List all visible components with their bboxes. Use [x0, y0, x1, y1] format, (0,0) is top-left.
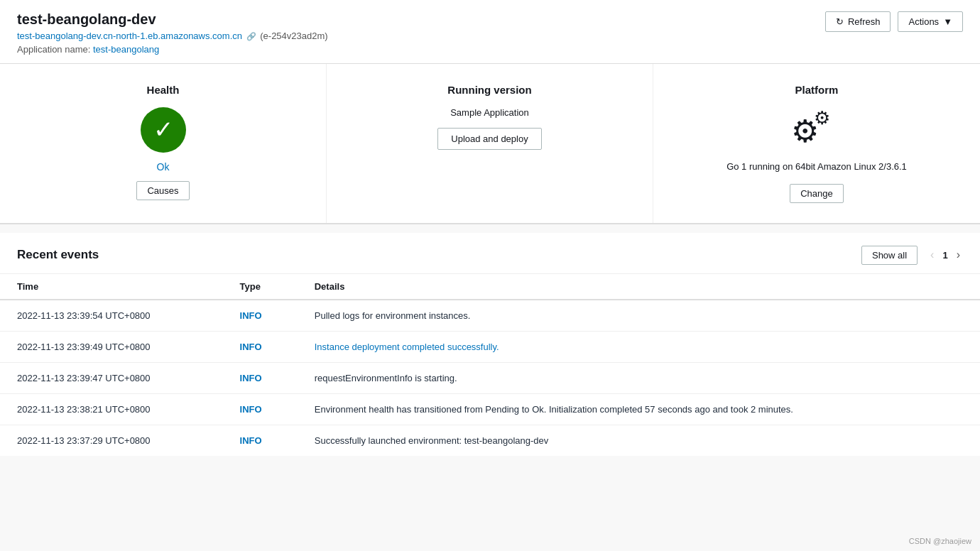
dashboard: Health ✓ Ok Causes Running version Sampl…	[0, 64, 980, 224]
recent-events-controls: Show all ‹ 1 ›	[861, 246, 963, 265]
details-link[interactable]: Instance deployment completed successful…	[315, 342, 499, 352]
platform-icon-wrap: ⚙ ⚙	[670, 107, 963, 150]
running-version-title: Running version	[344, 84, 636, 96]
type-badge: INFO	[240, 310, 262, 321]
cell-details: requestEnvironmentInfo is starting.	[298, 362, 980, 393]
version-text: Sample Application	[344, 107, 636, 118]
table-header-row: Time Type Details	[0, 274, 980, 300]
recent-events-title: Recent events	[17, 248, 99, 262]
page-title: test-beangolang-dev	[17, 11, 328, 28]
external-link-icon: 🔗	[246, 32, 256, 40]
events-table: Time Type Details 2022-11-13 23:39:54 UT…	[0, 274, 980, 456]
cell-details[interactable]: Instance deployment completed successful…	[298, 331, 980, 362]
next-page-button[interactable]: ›	[954, 249, 963, 261]
table-row: 2022-11-13 23:39:54 UTC+0800INFOPulled l…	[0, 300, 980, 332]
health-panel-title: Health	[17, 84, 309, 96]
chevron-down-icon: ▼	[943, 16, 952, 27]
type-badge: INFO	[240, 435, 262, 446]
cell-type: INFO	[223, 300, 298, 332]
show-all-button[interactable]: Show all	[861, 246, 918, 265]
running-version-panel: Running version Sample Application Uploa…	[327, 64, 653, 223]
col-time: Time	[0, 274, 223, 300]
cell-type: INFO	[223, 425, 298, 456]
type-badge: INFO	[240, 373, 262, 383]
table-row: 2022-11-13 23:39:47 UTC+0800INFOrequestE…	[0, 362, 980, 393]
checkmark-icon: ✓	[153, 117, 173, 141]
cell-time: 2022-11-13 23:38:21 UTC+0800	[0, 393, 223, 425]
page-subtitle: test-beangolang-dev.cn-north-1.eb.amazon…	[17, 31, 328, 41]
causes-button[interactable]: Causes	[136, 181, 189, 200]
cell-type: INFO	[223, 331, 298, 362]
health-panel: Health ✓ Ok Causes	[0, 64, 327, 223]
env-url-link[interactable]: test-beangolang-dev.cn-north-1.eb.amazon…	[17, 31, 242, 41]
cell-time: 2022-11-13 23:39:49 UTC+0800	[0, 331, 223, 362]
health-status: Ok	[17, 161, 309, 173]
refresh-icon: ↻	[836, 16, 844, 27]
app-name-label: Application name:	[17, 44, 90, 55]
refresh-button[interactable]: ↻ Refresh	[825, 11, 891, 32]
cell-details: Successfully launched environment: test-…	[298, 425, 980, 456]
health-icon-wrap: ✓	[17, 107, 309, 153]
prev-page-button[interactable]: ‹	[927, 249, 937, 261]
cell-type: INFO	[223, 362, 298, 393]
col-type: Type	[223, 274, 298, 300]
type-badge: INFO	[240, 342, 262, 352]
app-name-row: Application name: test-beangolang	[17, 44, 328, 55]
recent-events-section: Recent events Show all ‹ 1 › Time Type D…	[0, 233, 980, 456]
table-row: 2022-11-13 23:39:49 UTC+0800INFOInstance…	[0, 331, 980, 362]
page-header-left: test-beangolang-dev test-beangolang-dev.…	[17, 11, 328, 55]
cell-details: Environment health has transitioned from…	[298, 393, 980, 425]
health-circle: ✓	[141, 107, 186, 153]
recent-events-header: Recent events Show all ‹ 1 ›	[0, 233, 980, 274]
gears-icon: ⚙ ⚙	[791, 107, 842, 150]
cell-time: 2022-11-13 23:39:47 UTC+0800	[0, 362, 223, 393]
refresh-label: Refresh	[848, 16, 881, 27]
actions-button[interactable]: Actions ▼	[898, 11, 963, 32]
env-id: (e-254v23ad2m)	[260, 31, 327, 41]
platform-panel: Platform ⚙ ⚙ Go 1 running on 64bit Amazo…	[653, 64, 980, 223]
cell-type: INFO	[223, 393, 298, 425]
cell-time: 2022-11-13 23:39:54 UTC+0800	[0, 300, 223, 332]
platform-desc: Go 1 running on 64bit Amazon Linux 2/3.6…	[670, 160, 963, 174]
change-button[interactable]: Change	[790, 184, 844, 203]
cell-details: Pulled logs for environment instances.	[298, 300, 980, 332]
gear-small-icon: ⚙	[814, 107, 830, 129]
app-name-link[interactable]: test-beangolang	[93, 44, 159, 55]
page-header-right: ↻ Refresh Actions ▼	[825, 11, 963, 32]
type-badge: INFO	[240, 404, 262, 415]
page-number: 1	[942, 250, 947, 261]
table-row: 2022-11-13 23:38:21 UTC+0800INFOEnvironm…	[0, 393, 980, 425]
platform-title: Platform	[670, 84, 963, 96]
col-details: Details	[298, 274, 980, 300]
cell-time: 2022-11-13 23:37:29 UTC+0800	[0, 425, 223, 456]
upload-deploy-button[interactable]: Upload and deploy	[437, 128, 541, 150]
actions-label: Actions	[908, 16, 939, 27]
table-row: 2022-11-13 23:37:29 UTC+0800INFOSuccessf…	[0, 425, 980, 456]
page-header: test-beangolang-dev test-beangolang-dev.…	[0, 0, 980, 64]
pagination: ‹ 1 ›	[927, 249, 963, 261]
